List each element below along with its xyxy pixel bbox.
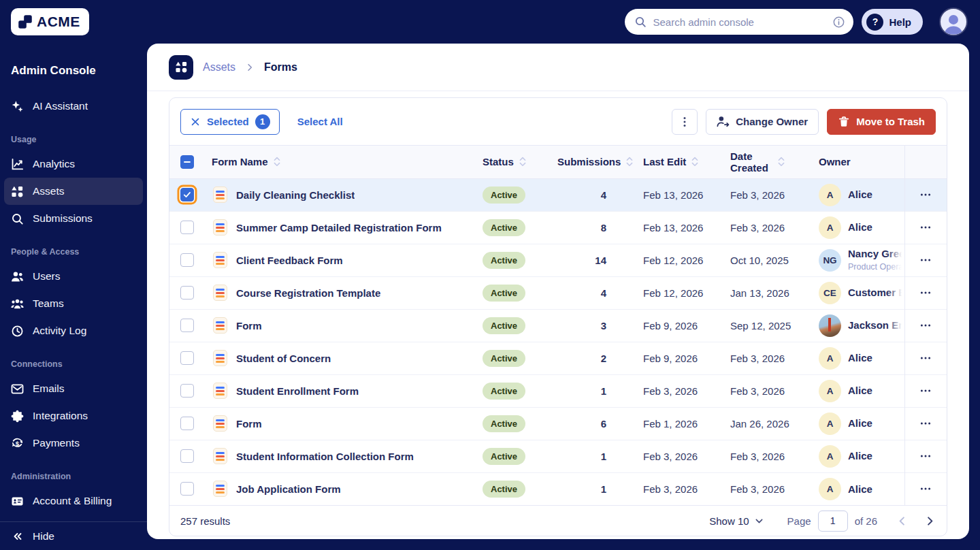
sidebar-item-teams[interactable]: Teams (4, 290, 143, 317)
form-name-link[interactable]: Daily Cleaning Checklist (236, 189, 355, 201)
page-number-input[interactable] (818, 511, 848, 532)
form-name-link[interactable]: Form (236, 320, 262, 331)
select-all-button[interactable]: Select All (297, 116, 343, 127)
change-owner-button[interactable]: Change Owner (706, 109, 819, 135)
table-row[interactable]: Client Feedback Form Active 14 Feb 12, 2… (169, 244, 947, 276)
checkbox-cell (169, 244, 212, 276)
sidebar-item-users[interactable]: Users (4, 263, 143, 290)
sort-icon (274, 156, 280, 167)
row-actions-button[interactable] (916, 283, 935, 302)
row-actions-button[interactable] (916, 185, 935, 204)
table-row[interactable]: Student of Concern Active 2 Feb 9, 2026 … (169, 342, 947, 374)
submissions-cell: 6 (557, 407, 643, 440)
move-to-trash-button[interactable]: Move to Trash (827, 109, 936, 135)
info-icon[interactable] (832, 16, 845, 29)
form-name-link[interactable]: Course Registration Template (236, 287, 380, 299)
table-row[interactable]: Form Active 3 Feb 9, 2026 Sep 12, 2025 J… (169, 309, 947, 342)
table-row[interactable]: Student Enrollment Form Active 1 Feb 3, … (169, 374, 947, 407)
sidebar-item-account-billing[interactable]: Account & Billing (4, 487, 143, 515)
sidebar-item-assets[interactable]: Assets (4, 178, 143, 205)
status-cell: Active (483, 374, 557, 407)
clear-selection-button[interactable]: Selected 1 (180, 109, 280, 135)
form-name-link[interactable]: Form (236, 418, 262, 430)
sidebar-item-ai-assistant[interactable]: AI Assistant (4, 93, 143, 120)
row-checkbox[interactable] (180, 286, 194, 300)
column-header-submissions[interactable]: Submissions (557, 146, 643, 178)
previous-page-button[interactable] (896, 515, 908, 527)
form-name-link[interactable]: Student Enrollment Form (236, 385, 359, 397)
sidebar-section-label: Connections (0, 344, 147, 375)
table-row[interactable]: Summer Camp Detailed Registration Form A… (169, 211, 947, 244)
date-created-cell: Feb 3, 2026 (730, 440, 819, 472)
row-checkbox[interactable] (180, 482, 194, 496)
user-avatar[interactable] (939, 7, 968, 36)
date-created-cell: Jan 13, 2026 (730, 276, 819, 309)
row-checkbox[interactable] (180, 449, 194, 463)
sort-icon (626, 156, 633, 167)
sidebar-item-payments[interactable]: $Payments (4, 430, 143, 457)
owner-avatar: A (819, 216, 841, 239)
table-row[interactable]: Job Application Form Active 1 Feb 3, 202… (169, 472, 947, 505)
table-row[interactable]: Form Active 6 Feb 1, 2026 Jan 26, 2026 A… (169, 407, 947, 440)
last-edit-cell: Feb 3, 2026 (643, 472, 730, 505)
sidebar-item-integrations[interactable]: Integrations (4, 402, 143, 430)
row-actions-button[interactable] (916, 349, 935, 368)
form-name-link[interactable]: Student Information Collection Form (236, 451, 414, 462)
column-header-date-created[interactable]: Date Created (730, 146, 819, 178)
puzzle-icon (11, 410, 24, 423)
sidebar-item-submissions[interactable]: Submissions (4, 205, 143, 232)
select-all-header-cell (169, 146, 212, 178)
table-row[interactable]: Student Information Collection Form Acti… (169, 440, 947, 472)
sidebar-item-analytics[interactable]: Analytics (4, 150, 143, 178)
sidebar-item-emails[interactable]: Emails (4, 375, 143, 402)
row-checkbox[interactable] (180, 188, 194, 201)
status-cell: Active (483, 244, 557, 276)
row-checkbox[interactable] (180, 384, 194, 398)
row-checkbox[interactable] (180, 351, 194, 365)
form-name-link[interactable]: Job Application Form (236, 483, 341, 495)
row-actions-button[interactable] (916, 250, 935, 270)
row-actions-button[interactable] (916, 414, 935, 433)
row-actions-button[interactable] (916, 218, 935, 237)
status-badge: Active (483, 415, 525, 432)
billing-icon (11, 495, 24, 508)
table-row[interactable]: Course Registration Template Active 4 Fe… (169, 276, 947, 309)
acme-logo[interactable]: ACME (11, 8, 89, 35)
help-button[interactable]: ? Help (862, 9, 923, 35)
form-name-cell: Client Feedback Form (212, 244, 483, 276)
owner-name: Alice (848, 417, 872, 429)
form-name-link[interactable]: Client Feedback Form (236, 255, 343, 266)
column-header-form-name[interactable]: Form Name (212, 146, 483, 178)
form-name-cell: Student Enrollment Form (212, 374, 483, 407)
breadcrumb-assets-link[interactable]: Assets (203, 61, 235, 74)
form-name-link[interactable]: Student of Concern (236, 353, 331, 364)
row-checkbox[interactable] (180, 253, 194, 267)
row-actions-button[interactable] (916, 381, 935, 400)
logo-mark-icon (18, 14, 33, 29)
sidebar-section-label: People & Access (0, 232, 147, 263)
column-header-owner[interactable]: Owner (819, 146, 904, 178)
row-actions-button[interactable] (916, 479, 935, 498)
more-actions-button[interactable] (672, 109, 698, 135)
row-actions-button[interactable] (916, 447, 935, 466)
date-created-cell: Feb 3, 2026 (730, 342, 819, 374)
sidebar-item-label: Analytics (33, 158, 75, 170)
sidebar-item-label: Users (33, 270, 60, 282)
next-page-button[interactable] (924, 515, 936, 527)
search-input[interactable] (653, 16, 826, 28)
column-header-status[interactable]: Status (483, 146, 557, 178)
row-actions-button[interactable] (916, 316, 935, 335)
sidebar-item-activity-log[interactable]: Activity Log (4, 317, 143, 344)
actions-cell (904, 440, 947, 472)
column-header-last-edit[interactable]: Last Edit (643, 146, 730, 178)
table-row[interactable]: Daily Cleaning Checklist Active 4 Feb 13… (169, 178, 947, 211)
submissions-cell: 4 (557, 276, 643, 309)
row-checkbox[interactable] (180, 417, 194, 430)
select-all-checkbox[interactable] (180, 155, 194, 169)
form-name-link[interactable]: Summer Camp Detailed Registration Form (236, 222, 442, 233)
row-checkbox[interactable] (180, 319, 194, 332)
hide-sidebar-button[interactable]: Hide (4, 523, 143, 550)
page-size-select[interactable]: Show 10 (709, 515, 764, 527)
row-checkbox[interactable] (180, 221, 194, 234)
status-badge: Active (483, 317, 525, 334)
